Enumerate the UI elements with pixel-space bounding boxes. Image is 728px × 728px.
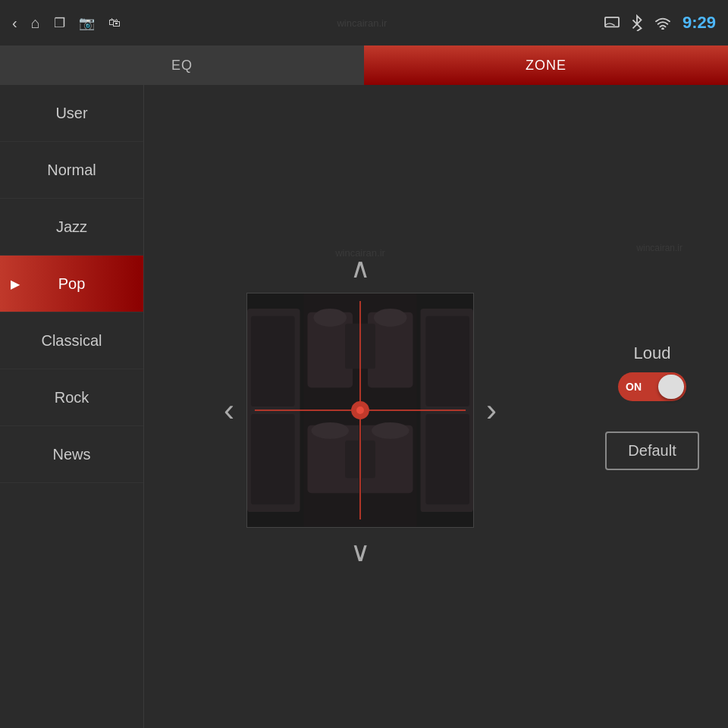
svg-line-2: [632, 24, 637, 29]
toggle-on-label: ON: [626, 381, 642, 393]
sidebar-item-normal[interactable]: Normal: [0, 142, 143, 199]
arrow-down-button[interactable]: ∨: [350, 538, 370, 566]
loud-label: Loud: [634, 344, 671, 363]
svg-rect-6: [251, 316, 295, 406]
car-interior-svg: [247, 293, 473, 527]
sidebar-item-pop[interactable]: ▶ Pop: [0, 256, 143, 312]
svg-rect-10: [425, 414, 469, 504]
sidebar-item-classical[interactable]: Classical: [0, 312, 143, 369]
wifi-icon: [654, 16, 672, 30]
sidebar-item-news[interactable]: News: [0, 426, 143, 483]
sidebar-item-jazz[interactable]: Jazz: [0, 199, 143, 256]
svg-point-25: [356, 406, 364, 414]
watermark-center: wincairan.ir: [335, 247, 385, 259]
svg-point-19: [311, 422, 349, 439]
sidebar: User Normal Jazz ▶ Pop Classical Rock Ne…: [0, 85, 144, 728]
device-frame: ‹ ⌂ ❐ 📷 🛍 wincairan.ir: [0, 0, 728, 728]
tab-zone[interactable]: ZONE: [364, 46, 728, 85]
tab-eq[interactable]: EQ: [0, 46, 364, 85]
sidebar-item-rock[interactable]: Rock: [0, 369, 143, 426]
tab-bar: EQ ZONE: [0, 46, 728, 85]
sidebar-item-user[interactable]: User: [0, 85, 143, 142]
back-button[interactable]: ‹: [12, 14, 17, 32]
loud-section: Loud ON: [618, 344, 686, 401]
bag-button[interactable]: 🛍: [108, 16, 121, 30]
svg-rect-0: [605, 17, 619, 27]
right-status-icons: 9:29: [604, 13, 716, 33]
svg-rect-7: [251, 414, 295, 504]
svg-rect-9: [425, 316, 469, 406]
watermark-right: wincairan.ir: [636, 243, 682, 253]
default-button[interactable]: Default: [605, 431, 698, 470]
camera-button[interactable]: 📷: [79, 15, 95, 31]
play-arrow-icon: ▶: [11, 277, 20, 291]
cast-icon: [604, 16, 620, 30]
toggle-knob: [658, 375, 684, 399]
arrow-right-button[interactable]: ›: [486, 392, 497, 428]
home-button[interactable]: ⌂: [31, 14, 40, 32]
svg-point-20: [372, 422, 410, 439]
zone-panel: ‹: [224, 293, 497, 528]
main-content: User Normal Jazz ▶ Pop Classical Rock Ne…: [0, 85, 728, 728]
bluetooth-icon: [631, 14, 643, 31]
loud-toggle[interactable]: ON: [618, 372, 686, 401]
svg-point-14: [313, 309, 347, 327]
svg-point-15: [374, 309, 407, 327]
svg-point-3: [661, 27, 664, 30]
clock: 9:29: [682, 13, 716, 33]
arrow-up-button[interactable]: ∧: [350, 255, 370, 282]
right-panel: wincairan.ir Loud ON Default: [576, 85, 728, 728]
center-zone-area: wincairan.ir ∧ ‹: [144, 85, 576, 728]
watermark-header: wincairan.ir: [337, 17, 387, 29]
windows-button[interactable]: ❐: [54, 15, 65, 31]
status-bar: ‹ ⌂ ❐ 📷 🛍 wincairan.ir: [0, 0, 728, 46]
car-view[interactable]: [246, 293, 474, 528]
arrow-left-button[interactable]: ‹: [224, 392, 234, 428]
